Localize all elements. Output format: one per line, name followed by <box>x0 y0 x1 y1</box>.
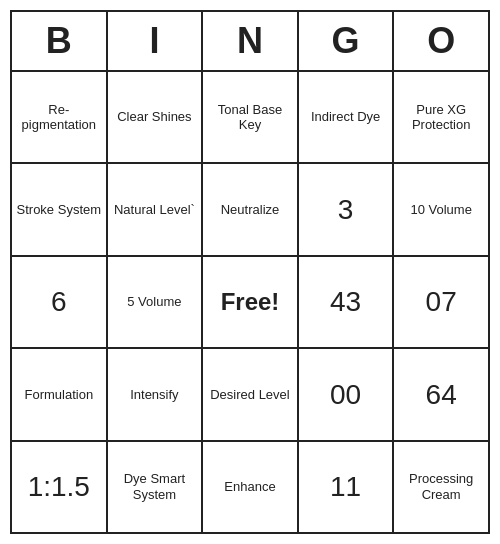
bingo-cell: 64 <box>394 349 488 439</box>
header-letter: I <box>108 12 204 70</box>
bingo-cell: Enhance <box>203 442 299 532</box>
bingo-grid: Re-pigmentationClear ShinesTonal Base Ke… <box>12 72 488 532</box>
bingo-row: 1:1.5Dye Smart SystemEnhance11Processing… <box>12 442 488 532</box>
bingo-cell: 00 <box>299 349 395 439</box>
bingo-cell: 11 <box>299 442 395 532</box>
bingo-card: BINGO Re-pigmentationClear ShinesTonal B… <box>10 10 490 534</box>
bingo-cell: Indirect Dye <box>299 72 395 162</box>
bingo-cell: 07 <box>394 257 488 347</box>
bingo-row: FormulationIntensifyDesired Level0064 <box>12 349 488 441</box>
bingo-cell: Stroke System <box>12 164 108 254</box>
header-letter: O <box>394 12 488 70</box>
bingo-cell: Tonal Base Key <box>203 72 299 162</box>
header-letter: B <box>12 12 108 70</box>
bingo-row: 65 VolumeFree!4307 <box>12 257 488 349</box>
header-letter: N <box>203 12 299 70</box>
bingo-cell: Clear Shines <box>108 72 204 162</box>
bingo-cell: 6 <box>12 257 108 347</box>
bingo-cell: Free! <box>203 257 299 347</box>
bingo-cell: 5 Volume <box>108 257 204 347</box>
bingo-cell: Intensify <box>108 349 204 439</box>
bingo-cell: Neutralize <box>203 164 299 254</box>
bingo-cell: Processing Cream <box>394 442 488 532</box>
bingo-cell: Desired Level <box>203 349 299 439</box>
bingo-row: Stroke SystemNatural Level`Neutralize310… <box>12 164 488 256</box>
bingo-row: Re-pigmentationClear ShinesTonal Base Ke… <box>12 72 488 164</box>
bingo-cell: 10 Volume <box>394 164 488 254</box>
header-letter: G <box>299 12 395 70</box>
bingo-cell: 43 <box>299 257 395 347</box>
bingo-cell: Formulation <box>12 349 108 439</box>
bingo-cell: Dye Smart System <box>108 442 204 532</box>
bingo-cell: 1:1.5 <box>12 442 108 532</box>
bingo-cell: Re-pigmentation <box>12 72 108 162</box>
bingo-header: BINGO <box>12 12 488 72</box>
bingo-cell: Natural Level` <box>108 164 204 254</box>
bingo-cell: Pure XG Protection <box>394 72 488 162</box>
bingo-cell: 3 <box>299 164 395 254</box>
